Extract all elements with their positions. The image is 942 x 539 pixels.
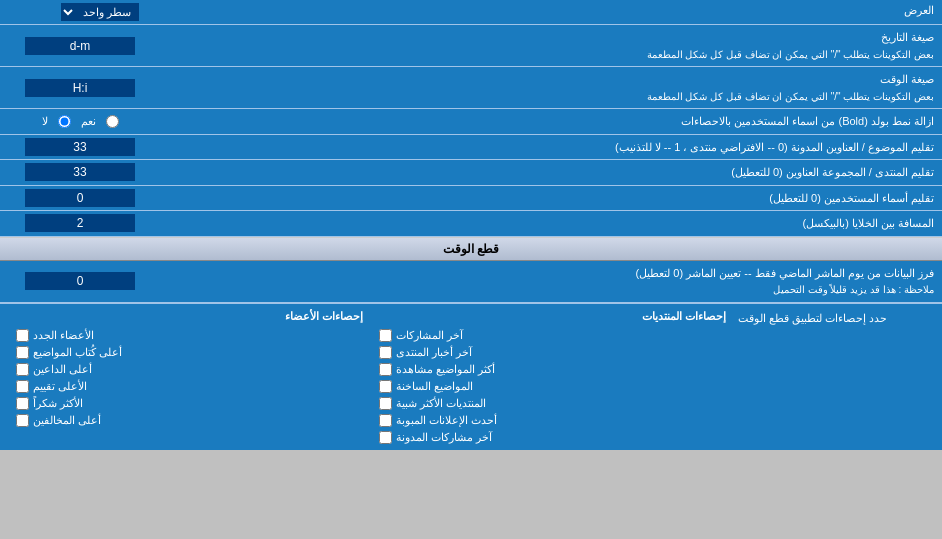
date-format-input-wrap [0,25,160,66]
forum-input-wrap [0,160,160,185]
checkbox-most-viewed[interactable] [379,363,392,376]
check-top-rated: الأعلى تقييم [16,380,363,393]
checkbox-hot-topics[interactable] [379,380,392,393]
time-format-input-wrap [0,67,160,108]
bold-no-radio[interactable] [58,115,71,128]
realtime-filter-label: فرز البيانات من يوم الماشر الماضي فقط --… [160,261,942,302]
distance-label: المسافة بين الخلايا (بالبيكسل) [160,211,942,236]
checkbox-forum-news[interactable] [379,346,392,359]
distance-input[interactable] [25,214,135,232]
check-forum-news: آخر أخبار المنتدى [379,346,726,359]
check-most-viewed: أكثر المواضيع مشاهدة [379,363,726,376]
checkbox-most-similar[interactable] [379,397,392,410]
realtime-filter-input-wrap [0,261,160,302]
check-blog-posts: آخر مشاركات المدونة [379,431,726,444]
checkbox-last-posts[interactable] [379,329,392,342]
topics-row: تقليم الموضوع / العناوين المدونة (0 -- ا… [0,135,942,161]
users-row: تقليم أسماء المستخدمين (0 للتعطيل) [0,186,942,212]
checkbox-new-members[interactable] [16,329,29,342]
forum-row: تقليم المنتدى / المجموعة العناوين (0 للت… [0,160,942,186]
checkbox-top-writers[interactable] [16,346,29,359]
users-input-wrap [0,186,160,211]
check-hot-topics: المواضيع الساخنة [379,380,726,393]
users-label: تقليم أسماء المستخدمين (0 للتعطيل) [160,186,942,211]
distance-input-wrap [0,211,160,236]
realtime-section-title: قطع الوقت [443,242,499,256]
bold-no-label: لا [42,115,48,128]
date-format-title: صيغة التاريخ [881,31,934,43]
bold-yes-label: نعم [81,115,96,128]
check-top-writers: أعلى كُتاب المواضيع [16,346,363,359]
check-new-members: الأعضاء الجدد [16,329,363,342]
bold-radio-group: نعم لا [42,115,119,128]
stats-section: حدد إحصاءات لتطبيق قطع الوقت إحصاءات الم… [0,303,942,450]
time-format-input[interactable] [25,79,135,97]
realtime-filter-title: فرز البيانات من يوم الماشر الماضي فقط --… [636,267,934,279]
display-mode-label: العرض [200,0,942,24]
time-format-row: صيغة الوقت بعض التكوينات يتطلب "/" التي … [0,67,942,109]
realtime-section-header: قطع الوقت [0,237,942,261]
check-top-inviters: أعلى الداعين [16,363,363,376]
checkbox-blog-posts[interactable] [379,431,392,444]
stats-apply-label: حدد إحصاءات لتطبيق قطع الوقت [734,310,934,444]
realtime-filter-note: ملاحظة : هذا قد يزيد قليلاً وقت التحميل [773,284,934,295]
checkbox-top-violators[interactable] [16,414,29,427]
stats-col-members: إحصاءات الأعضاء الأعضاء الجدد أعلى كُتاب… [8,310,371,444]
checkbox-most-thanks[interactable] [16,397,29,410]
distance-row: المسافة بين الخلايا (بالبيكسل) [0,211,942,237]
bold-label: ازالة نمط بولد (Bold) من اسماء المستخدمي… [160,109,942,134]
col1-header: إحصاءات الأعضاء [16,310,363,323]
time-format-title: صيغة الوقت [880,73,934,85]
check-most-thanks: الأكثر شكراً [16,397,363,410]
check-top-violators: أعلى المخالفين [16,414,363,427]
bold-yes-radio[interactable] [106,115,119,128]
bold-row: ازالة نمط بولد (Bold) من اسماء المستخدمي… [0,109,942,135]
time-format-label: صيغة الوقت بعض التكوينات يتطلب "/" التي … [160,67,942,108]
checkbox-top-inviters[interactable] [16,363,29,376]
checkbox-classifieds[interactable] [379,414,392,427]
check-most-similar: المنتديات الأكثر شبية [379,397,726,410]
date-format-input[interactable] [25,37,135,55]
check-classifieds: أحدث الإعلانات المبوبة [379,414,726,427]
display-mode-select-wrap: سطر واحد سطرين ثلاثة أسطر [0,0,200,24]
realtime-filter-row: فرز البيانات من يوم الماشر الماضي فقط --… [0,261,942,303]
col2-header: إحصاءات المنتديات [379,310,726,323]
forum-input[interactable] [25,163,135,181]
date-format-note: بعض التكوينات يتطلب "/" التي يمكن ان تضا… [647,49,934,60]
forum-label: تقليم المنتدى / المجموعة العناوين (0 للت… [160,160,942,185]
date-format-label: صيغة التاريخ بعض التكوينات يتطلب "/" الت… [160,25,942,66]
topics-label: تقليم الموضوع / العناوين المدونة (0 -- ا… [160,135,942,160]
bold-radio-wrap: نعم لا [0,112,160,131]
time-format-note: بعض التكوينات يتطلب "/" التي يمكن ان تضا… [647,91,934,102]
display-mode-select[interactable]: سطر واحد سطرين ثلاثة أسطر [61,3,139,21]
checkbox-top-rated[interactable] [16,380,29,393]
display-mode-row: العرض سطر واحد سطرين ثلاثة أسطر [0,0,942,25]
date-format-row: صيغة التاريخ بعض التكوينات يتطلب "/" الت… [0,25,942,67]
users-input[interactable] [25,189,135,207]
realtime-filter-input[interactable] [25,272,135,290]
check-last-posts: آخر المشاركات [379,329,726,342]
topics-input-wrap [0,135,160,160]
stats-col-forums: إحصاءات المنتديات آخر المشاركات آخر أخبا… [371,310,734,444]
topics-input[interactable] [25,138,135,156]
